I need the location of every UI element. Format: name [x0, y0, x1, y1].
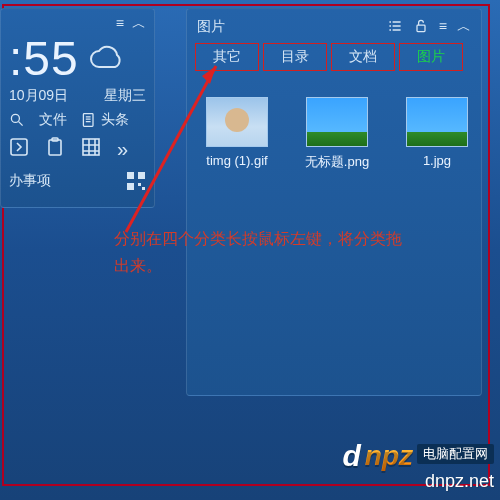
- nav-next-icon[interactable]: [9, 137, 29, 161]
- annotation-line2: 出来。: [114, 252, 484, 279]
- svg-rect-8: [127, 183, 134, 190]
- list-item[interactable]: 无标题.png: [299, 97, 375, 171]
- svg-rect-5: [83, 139, 99, 155]
- list-item[interactable]: 1.jpg: [399, 97, 475, 171]
- thumbnail-label: 1.jpg: [423, 153, 451, 168]
- clipboard-icon[interactable]: [45, 137, 65, 161]
- more-icon[interactable]: »: [117, 138, 128, 161]
- tab-other[interactable]: 其它: [195, 43, 259, 71]
- tab-image[interactable]: 图片: [399, 43, 463, 71]
- annotation-line1: 分别在四个分类长按鼠标左键，将分类拖: [114, 225, 484, 252]
- watermark-logo-rest: npz: [365, 440, 413, 472]
- file-button[interactable]: 文件: [39, 111, 67, 129]
- watermark: d npz 电脑配置网 dnpz.net: [342, 439, 494, 492]
- search-icon: [9, 112, 25, 128]
- grid-icon[interactable]: [81, 137, 101, 161]
- svg-rect-1: [83, 114, 93, 127]
- tab-dir[interactable]: 目录: [263, 43, 327, 71]
- news-button[interactable]: 头条: [81, 111, 129, 129]
- doc-icon: [81, 112, 97, 128]
- qr-icon[interactable]: [126, 171, 146, 191]
- thumbnail-label: 无标题.png: [305, 153, 369, 171]
- watermark-url: dnpz.net: [425, 471, 494, 492]
- annotation-text: 分别在四个分类长按鼠标左键，将分类拖 出来。: [114, 225, 484, 279]
- weather-cloud-icon: [87, 39, 127, 79]
- panel-menu-icon[interactable]: ≡: [439, 18, 447, 37]
- thumbnail-icon: [206, 97, 268, 147]
- thumbnail-grid: timg (1).gif 无标题.png 1.jpg: [193, 97, 475, 171]
- lock-icon[interactable]: [413, 18, 429, 37]
- watermark-sub: 电脑配置网: [417, 444, 494, 464]
- search-button[interactable]: [9, 112, 25, 128]
- thumbnail-label: timg (1).gif: [206, 153, 267, 168]
- news-label: 头条: [101, 111, 129, 129]
- svg-rect-10: [142, 187, 145, 190]
- svg-point-0: [11, 114, 19, 122]
- todo-label[interactable]: 办事项: [9, 172, 51, 190]
- clock-time: :55: [9, 35, 79, 83]
- list-view-icon[interactable]: [387, 18, 403, 37]
- svg-rect-11: [417, 25, 425, 31]
- clock-widget: ≡ ︿ :55 10月09日 星期三 文件 头条 » 办事项: [0, 8, 155, 208]
- menu-icon[interactable]: ≡: [116, 15, 124, 33]
- clock-date: 10月09日: [9, 87, 68, 105]
- panel-title: 图片: [197, 18, 225, 36]
- svg-rect-2: [11, 139, 27, 155]
- images-widget: 图片 ≡ ︿ 其它 目录 文档 图片 timg (1).gif 无标题.png: [186, 8, 482, 396]
- category-tabs: 其它 目录 文档 图片: [193, 43, 475, 71]
- tab-doc[interactable]: 文档: [331, 43, 395, 71]
- svg-rect-7: [138, 172, 145, 179]
- svg-rect-6: [127, 172, 134, 179]
- thumbnail-icon: [406, 97, 468, 147]
- clock-weekday: 星期三: [104, 87, 146, 105]
- svg-rect-9: [138, 183, 141, 186]
- watermark-logo-d: d: [342, 439, 360, 473]
- panel-collapse-icon[interactable]: ︿: [457, 18, 471, 37]
- thumbnail-icon: [306, 97, 368, 147]
- collapse-icon[interactable]: ︿: [132, 15, 146, 33]
- list-item[interactable]: timg (1).gif: [199, 97, 275, 171]
- svg-rect-3: [49, 140, 61, 155]
